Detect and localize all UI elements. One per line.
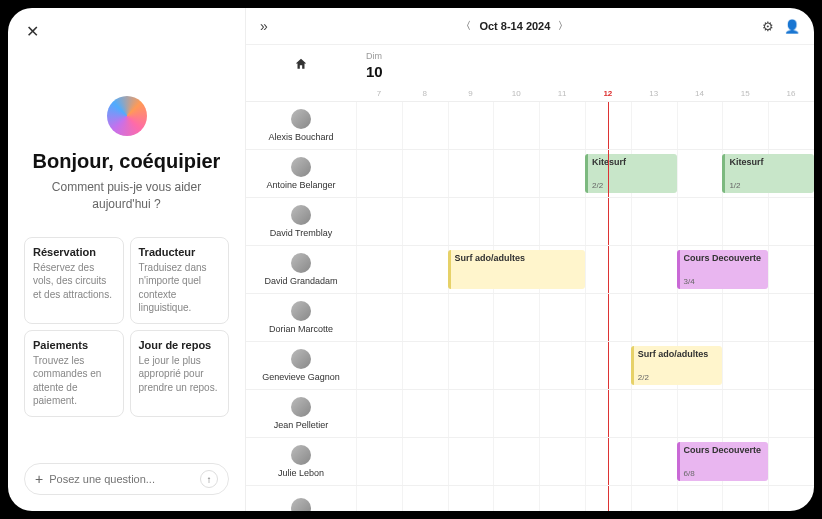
event-title: Surf ado/adultes <box>455 253 581 263</box>
person-cell[interactable]: David Grandadam <box>246 246 356 293</box>
event-title: Cours Decouverte <box>684 445 765 455</box>
event-block[interactable]: Cours Decouverte3/4 <box>677 250 769 289</box>
calendar-date-header: Dim 10 <box>246 45 814 86</box>
now-indicator <box>608 198 609 245</box>
slots[interactable] <box>356 486 814 511</box>
slots[interactable]: Surf ado/adultes2/2 <box>356 342 814 389</box>
suggestion-card[interactable]: RéservationRéservez des vols, des circui… <box>24 237 124 324</box>
avatar <box>291 109 311 129</box>
calendar-row: Dorian Marcotte <box>246 294 814 342</box>
slots[interactable] <box>356 294 814 341</box>
slots[interactable] <box>356 390 814 437</box>
slots[interactable] <box>356 102 814 149</box>
person-cell[interactable] <box>246 486 356 511</box>
topbar: » 〈 Oct 8-14 2024 〉 ⚙ 👤 <box>246 8 814 45</box>
person-name: Alexis Bouchard <box>268 133 333 143</box>
gear-icon[interactable]: ⚙ <box>762 19 774 34</box>
chevron-right-icon[interactable]: 〉 <box>558 19 568 33</box>
suggestion-card[interactable]: Jour de reposLe jour le plus approprié p… <box>130 330 230 417</box>
event-capacity: 2/2 <box>592 181 603 190</box>
composer[interactable]: + ↑ <box>24 463 229 495</box>
hour-label: 15 <box>722 86 768 101</box>
card-title: Paiements <box>33 339 115 351</box>
event-block[interactable]: Surf ado/adultes <box>448 250 585 289</box>
person-cell[interactable]: Alexis Bouchard <box>246 102 356 149</box>
now-indicator <box>608 150 609 197</box>
person-cell[interactable]: Dorian Marcotte <box>246 294 356 341</box>
hour-label: 7 <box>356 86 402 101</box>
person-cell[interactable]: David Tremblay <box>246 198 356 245</box>
person-cell[interactable]: Antoine Belanger <box>246 150 356 197</box>
event-block[interactable]: Kitesurf1/2 <box>722 154 814 193</box>
now-indicator <box>608 390 609 437</box>
card-desc: Trouvez les commandes en attente de paie… <box>33 354 115 408</box>
hour-label: 14 <box>677 86 723 101</box>
calendar-main: » 〈 Oct 8-14 2024 〉 ⚙ 👤 Dim 10 <box>246 8 814 511</box>
slots[interactable]: Surf ado/adultesCours Decouverte3/4 <box>356 246 814 293</box>
suggestion-cards: RéservationRéservez des vols, des circui… <box>24 237 229 417</box>
suggestion-card[interactable]: TraducteurTraduisez dans n'importe quel … <box>130 237 230 324</box>
calendar-row: Antoine BelangerKitesurf2/2Kitesurf1/2 <box>246 150 814 198</box>
date-range-label[interactable]: Oct 8-14 2024 <box>479 20 550 32</box>
now-indicator <box>608 342 609 389</box>
home-icon[interactable] <box>294 57 308 74</box>
send-icon[interactable]: ↑ <box>200 470 218 488</box>
avatar <box>291 205 311 225</box>
avatar <box>291 445 311 465</box>
person-name: Dorian Marcotte <box>269 325 333 335</box>
calendar-row: Julie LebonCours Decouverte6/8 <box>246 438 814 486</box>
calendar-rows: Alexis BouchardAntoine BelangerKitesurf2… <box>246 102 814 511</box>
expand-icon[interactable]: » <box>260 18 268 34</box>
person-cell[interactable]: Julie Lebon <box>246 438 356 485</box>
calendar-row: David Tremblay <box>246 198 814 246</box>
close-icon[interactable]: ✕ <box>26 22 39 41</box>
event-capacity: 1/2 <box>729 181 740 190</box>
event-title: Kitesurf <box>729 157 810 167</box>
assistant-sidebar: ✕ Bonjour, coéquipier Comment puis-je vo… <box>8 8 246 511</box>
card-title: Réservation <box>33 246 115 258</box>
hour-label: 13 <box>631 86 677 101</box>
event-title: Kitesurf <box>592 157 673 167</box>
person-name: Genevieve Gagnon <box>262 373 340 383</box>
card-title: Jour de repos <box>139 339 221 351</box>
calendar-row <box>246 486 814 511</box>
assistant-hero: Bonjour, coéquipier Comment puis-je vous… <box>24 96 229 213</box>
event-capacity: 2/2 <box>638 373 649 382</box>
plus-icon[interactable]: + <box>35 471 43 487</box>
event-block[interactable]: Surf ado/adultes2/2 <box>631 346 723 385</box>
slots[interactable]: Cours Decouverte6/8 <box>356 438 814 485</box>
event-title: Cours Decouverte <box>684 253 765 263</box>
event-block[interactable]: Cours Decouverte6/8 <box>677 442 769 481</box>
calendar-row: Genevieve GagnonSurf ado/adultes2/2 <box>246 342 814 390</box>
event-block[interactable]: Kitesurf2/2 <box>585 154 677 193</box>
calendar-row: Jean Pelletier <box>246 390 814 438</box>
hour-label: 12 <box>585 86 631 101</box>
person-cell[interactable]: Jean Pelletier <box>246 390 356 437</box>
person-name: Jean Pelletier <box>274 421 329 431</box>
date-range-nav: 〈 Oct 8-14 2024 〉 <box>268 19 762 33</box>
hours-row: 78910111213141516 <box>246 86 814 102</box>
event-capacity: 3/4 <box>684 277 695 286</box>
slots[interactable] <box>356 198 814 245</box>
app-frame: ✕ Bonjour, coéquipier Comment puis-je vo… <box>8 8 814 511</box>
avatar <box>291 253 311 273</box>
hour-label: 9 <box>448 86 494 101</box>
suggestion-card[interactable]: PaiementsTrouvez les commandes en attent… <box>24 330 124 417</box>
user-icon[interactable]: 👤 <box>784 19 800 34</box>
greeting-subtitle: Comment puis-je vous aider aujourd'hui ? <box>24 179 229 213</box>
now-indicator <box>608 294 609 341</box>
greeting-title: Bonjour, coéquipier <box>33 150 221 173</box>
card-desc: Réservez des vols, des circuits et des a… <box>33 261 115 302</box>
calendar-row: Alexis Bouchard <box>246 102 814 150</box>
composer-input[interactable] <box>49 473 200 485</box>
person-name: Antoine Belanger <box>266 181 335 191</box>
chevron-left-icon[interactable]: 〈 <box>461 19 471 33</box>
event-capacity: 6/8 <box>684 469 695 478</box>
slots[interactable]: Kitesurf2/2Kitesurf1/2 <box>356 150 814 197</box>
calendar-row: David GrandadamSurf ado/adultesCours Dec… <box>246 246 814 294</box>
person-cell[interactable]: Genevieve Gagnon <box>246 342 356 389</box>
hour-label: 11 <box>539 86 585 101</box>
person-name: Julie Lebon <box>278 469 324 479</box>
card-title: Traducteur <box>139 246 221 258</box>
day-header: Dim 10 <box>356 45 814 86</box>
